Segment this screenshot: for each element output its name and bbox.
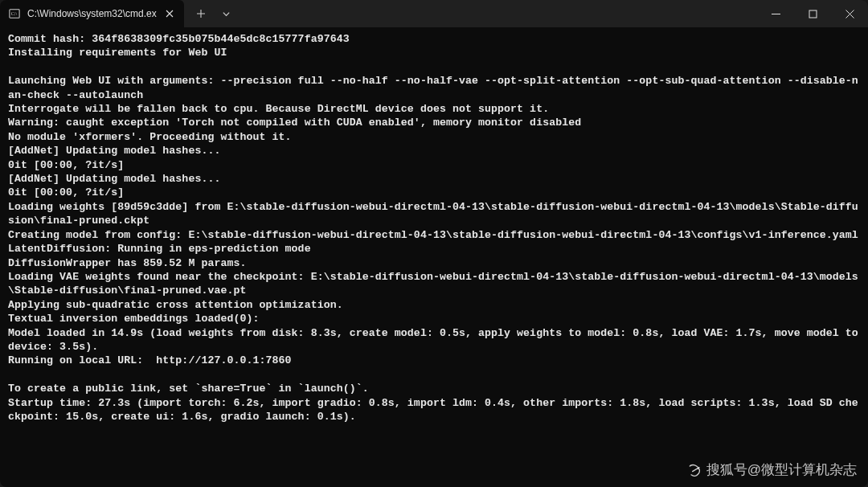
tab-active[interactable]: C:\ C:\Windows\system32\cmd.ex — [0, 0, 184, 27]
maximize-button[interactable] — [794, 0, 831, 27]
terminal-output[interactable]: Commit hash: 364f8638309fc35b075b44e5dc8… — [0, 27, 868, 487]
svg-rect-2 — [809, 10, 817, 18]
svg-text:C:\: C:\ — [11, 11, 18, 16]
tab-close-button[interactable] — [163, 7, 176, 20]
tab-actions — [184, 0, 244, 27]
titlebar-drag-area[interactable] — [244, 0, 757, 27]
new-tab-button[interactable] — [189, 2, 213, 25]
cmd-icon: C:\ — [8, 7, 21, 20]
minimize-button[interactable] — [757, 0, 794, 27]
close-button[interactable] — [831, 0, 868, 27]
tab-title: C:\Windows\system32\cmd.ex — [27, 8, 157, 19]
window-controls — [757, 0, 868, 27]
titlebar: C:\ C:\Windows\system32\cmd.ex — [0, 0, 868, 27]
terminal-window: C:\ C:\Windows\system32\cmd.ex — [0, 0, 868, 487]
tab-dropdown-button[interactable] — [215, 2, 239, 25]
